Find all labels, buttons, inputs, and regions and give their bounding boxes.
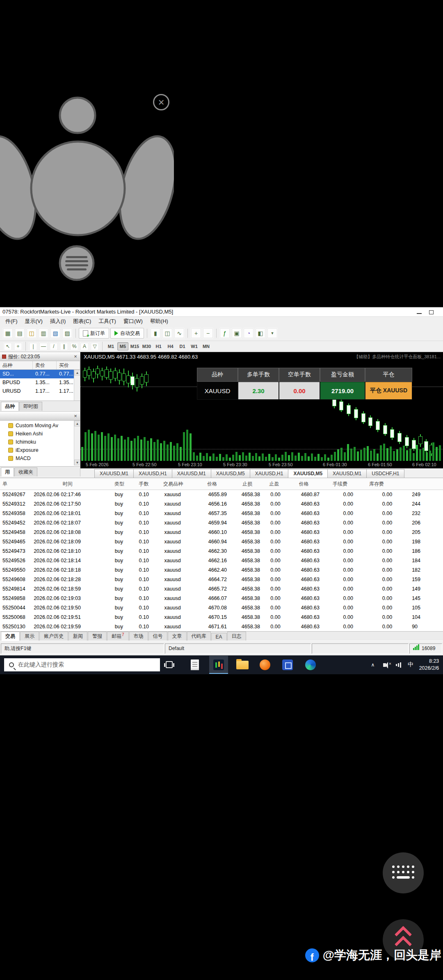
order-row[interactable]: 552492672026.02.06 02:17:46buy0.10xauusd… bbox=[0, 490, 443, 499]
candlestick-chart-icon[interactable]: ◫ bbox=[162, 328, 173, 339]
terminal-column-header[interactable]: 交易品种 bbox=[153, 478, 194, 490]
market-watch-row[interactable]: SD...0.77...0.77... bbox=[0, 370, 80, 378]
order-row[interactable]: 552493122026.02.06 02:17:50buy0.10xauusd… bbox=[0, 499, 443, 509]
taskbar-app-explorer[interactable] bbox=[233, 656, 252, 674]
terminal-column-header[interactable]: 手续费 bbox=[323, 478, 357, 490]
taskbar-app-notepad[interactable] bbox=[185, 656, 204, 674]
autotrading-button[interactable]: 自动交易 bbox=[110, 328, 144, 339]
timeframe-d1[interactable]: D1 bbox=[177, 342, 188, 350]
order-row[interactable]: 552495262026.02.06 02:18:14buy0.10xauusd… bbox=[0, 556, 443, 566]
status-profile[interactable]: Default bbox=[165, 643, 311, 654]
keyboard-toggle-button[interactable] bbox=[383, 852, 424, 893]
templates-icon[interactable]: ▣ bbox=[231, 328, 242, 339]
market-watch-row[interactable]: BPUSD1.35...1.35... bbox=[0, 378, 80, 387]
panel-close-button[interactable]: 平仓 XAUUSD bbox=[365, 382, 412, 400]
tile-windows-icon[interactable]: ◧ bbox=[255, 328, 266, 339]
text-tool-icon[interactable]: A bbox=[80, 342, 89, 351]
timeframe-m30[interactable]: M30 bbox=[141, 342, 152, 350]
timeframe-mn[interactable]: MN bbox=[201, 342, 212, 350]
period-icon[interactable]: ◔ bbox=[243, 328, 254, 339]
new-chart-icon[interactable]: ▦ bbox=[2, 328, 13, 339]
taskbar-app-mt4[interactable] bbox=[209, 656, 228, 674]
timeframe-h4[interactable]: H4 bbox=[165, 342, 176, 350]
terminal-column-header[interactable] bbox=[396, 478, 443, 490]
scroll-down-icon[interactable]: ▼ bbox=[74, 460, 80, 465]
fibonacci-icon[interactable]: % bbox=[70, 342, 79, 351]
zoom-out-icon[interactable]: − bbox=[203, 328, 213, 339]
chart-tab[interactable]: XAUUSD,H1 bbox=[133, 469, 172, 478]
horizontal-line-icon[interactable]: — bbox=[39, 342, 48, 351]
terminal-column-header[interactable]: 时间 bbox=[32, 478, 104, 490]
terminal-column-header[interactable]: 价格 bbox=[284, 478, 323, 490]
market-watch-tab[interactable]: 品种 bbox=[1, 402, 19, 411]
order-row[interactable]: 552496082026.02.06 02:18:28buy0.10xauusd… bbox=[0, 575, 443, 584]
ime-indicator[interactable]: 中 bbox=[405, 655, 416, 674]
taskbar-app-blue[interactable] bbox=[278, 656, 297, 674]
zoom-in-icon[interactable]: + bbox=[191, 328, 201, 339]
taskbar-app-orange[interactable] bbox=[256, 656, 274, 674]
arrows-tool-icon[interactable]: ▽ bbox=[90, 342, 99, 351]
menu-item[interactable]: 窗口(W) bbox=[120, 317, 146, 326]
navigator-icon[interactable]: ▧ bbox=[50, 328, 61, 339]
column-header[interactable]: 品种 bbox=[0, 361, 33, 369]
minimize-icon[interactable] bbox=[417, 313, 422, 314]
market-watch-tab[interactable]: 即时图 bbox=[19, 402, 42, 411]
terminal-tab[interactable]: 警报 bbox=[88, 632, 107, 641]
order-row[interactable]: 552500682026.02.06 02:19:51buy0.10xauusd… bbox=[0, 613, 443, 622]
menu-item[interactable]: 件(F) bbox=[2, 317, 21, 326]
taskbar-app-edge[interactable] bbox=[301, 656, 320, 674]
timeframe-h1[interactable]: H1 bbox=[153, 342, 164, 350]
menu-item[interactable]: 显示(V) bbox=[21, 317, 46, 326]
navigator-tab[interactable]: 用 bbox=[1, 467, 14, 476]
timeframe-m1[interactable]: M1 bbox=[105, 342, 116, 350]
navigator-item[interactable]: Custom Moving Av bbox=[0, 421, 80, 430]
scroll-up-icon[interactable]: ▲ bbox=[74, 421, 80, 426]
navigator-scrollbar[interactable]: ▲ ▼ bbox=[74, 421, 80, 465]
chart-tab[interactable]: USDCHF,H1 bbox=[366, 469, 404, 478]
order-row[interactable]: 552493582026.02.06 02:18:01buy0.10xauusd… bbox=[0, 509, 443, 518]
dropdown-icon[interactable]: ▼ bbox=[267, 328, 278, 339]
scroll-up-icon[interactable]: ▲ bbox=[74, 370, 80, 376]
vertical-line-icon[interactable]: | bbox=[29, 342, 38, 351]
new-order-button[interactable]: 新订单 bbox=[79, 328, 109, 339]
trendline-icon[interactable]: / bbox=[49, 342, 58, 351]
chart-tab[interactable]: XAUUSD,M5 bbox=[288, 469, 328, 478]
bar-chart-icon[interactable]: ▮ bbox=[150, 328, 161, 339]
market-watch-row[interactable]: URUSD1.17...1.17... bbox=[0, 387, 80, 396]
navigator-item[interactable]: MACD bbox=[0, 454, 80, 463]
menu-item[interactable]: 插入(I) bbox=[46, 317, 69, 326]
channel-icon[interactable]: ∥ bbox=[59, 342, 69, 351]
terminal-icon[interactable]: ▨ bbox=[62, 328, 73, 339]
terminal-tab[interactable]: 文章 bbox=[168, 632, 187, 641]
terminal-column-header[interactable]: 价格 bbox=[194, 478, 231, 490]
close-icon[interactable]: × bbox=[72, 353, 79, 360]
navigator-item[interactable]: iExposure bbox=[0, 446, 80, 454]
column-header[interactable]: 卖价 bbox=[33, 361, 57, 369]
terminal-column-header[interactable]: 手数 bbox=[135, 478, 153, 490]
order-row[interactable]: 552495502026.02.06 02:18:18buy0.10xauusd… bbox=[0, 566, 443, 575]
cursor-icon[interactable]: ↖ bbox=[3, 342, 12, 351]
timeframe-w1[interactable]: W1 bbox=[189, 342, 200, 350]
navigator-item[interactable]: Heiken Ashi bbox=[0, 430, 80, 438]
order-row[interactable]: 552498582026.02.06 02:19:03buy0.10xauusd… bbox=[0, 594, 443, 603]
menu-item[interactable]: 帮助(H) bbox=[146, 317, 172, 326]
terminal-tab[interactable]: EA bbox=[211, 633, 227, 641]
network-icon[interactable] bbox=[393, 655, 404, 674]
terminal-column-header[interactable]: 单 bbox=[0, 478, 32, 490]
menu-item[interactable]: 图表(C) bbox=[69, 317, 95, 326]
navigator-tab[interactable]: 收藏夹 bbox=[14, 467, 37, 476]
navigator-item[interactable]: Ichimoku bbox=[0, 438, 80, 446]
menu-item[interactable]: 工具(T) bbox=[95, 317, 120, 326]
terminal-tab[interactable]: 代码库 bbox=[187, 632, 211, 641]
terminal-tab[interactable]: 市场 bbox=[129, 632, 148, 641]
terminal-tab[interactable]: 新闻 bbox=[69, 632, 87, 641]
volume-muted-icon[interactable] bbox=[380, 655, 392, 674]
chart-tab[interactable]: XAUUSD,M1 bbox=[94, 469, 134, 478]
terminal-tab[interactable]: 展示 bbox=[20, 632, 39, 641]
chart-tab[interactable]: XAUUSD,M5 bbox=[211, 469, 250, 478]
order-row[interactable]: 552494652026.02.06 02:18:09buy0.10xauusd… bbox=[0, 537, 443, 547]
crosshair-icon[interactable]: + bbox=[14, 342, 23, 351]
terminal-column-header[interactable]: 库存费 bbox=[357, 478, 396, 490]
terminal-tab[interactable]: 账户历史 bbox=[39, 632, 68, 641]
chart-tab[interactable]: XAUUSD,M1 bbox=[327, 469, 367, 478]
